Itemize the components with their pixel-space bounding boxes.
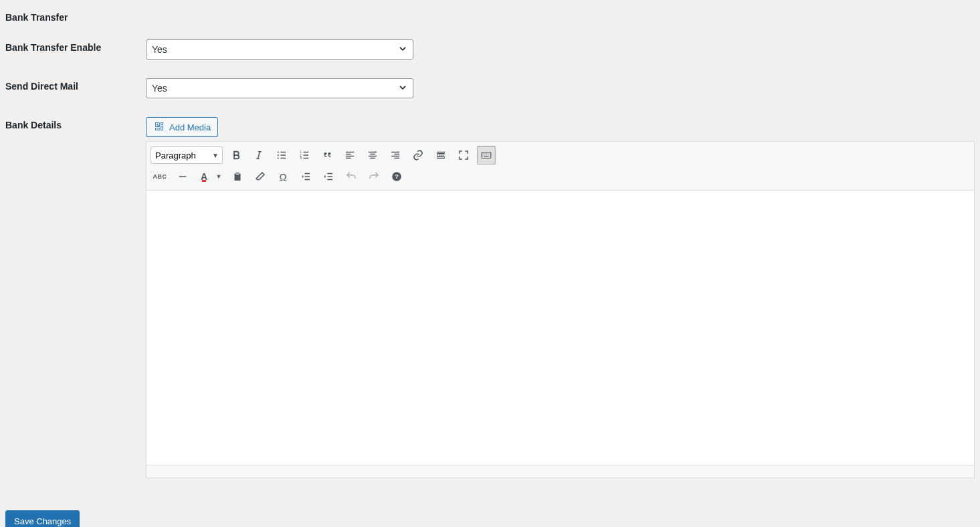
special-character-button[interactable]: Ω	[274, 167, 292, 186]
add-media-button[interactable]: Add Media	[146, 117, 218, 137]
link-button[interactable]	[409, 146, 427, 165]
section-title: Bank Transfer	[5, 12, 975, 23]
indent-icon	[322, 171, 334, 183]
svg-text:?: ?	[395, 173, 399, 180]
toolbar-toggle-button[interactable]	[477, 146, 496, 165]
eraser-icon	[254, 171, 266, 183]
row-send-direct-mail: Send Direct Mail Yes	[5, 78, 975, 98]
svg-line-3	[258, 152, 260, 159]
send-direct-mail-select[interactable]: Yes	[146, 78, 413, 98]
row-bank-details: Bank Details Add Media Paragraph	[5, 117, 975, 478]
editor-status-bar	[146, 465, 974, 478]
wysiwyg-editor: Paragraph ▼	[146, 141, 975, 478]
link-icon	[412, 149, 424, 161]
outdent-icon	[300, 171, 312, 183]
read-more-icon	[435, 149, 447, 161]
redo-button[interactable]	[365, 167, 383, 186]
svg-point-4	[278, 151, 279, 152]
numbered-list-button[interactable]: 123	[295, 146, 314, 165]
label-bank-details: Bank Details	[5, 117, 146, 130]
strikethrough-button[interactable]: ABC	[151, 167, 169, 186]
svg-point-6	[278, 157, 279, 159]
numbered-list-icon: 123	[298, 149, 310, 161]
bank-transfer-enable-select[interactable]: Yes	[146, 39, 413, 60]
bold-button[interactable]	[227, 146, 246, 165]
row-bank-transfer-enable: Bank Transfer Enable Yes	[5, 39, 975, 60]
add-media-icon	[153, 120, 165, 134]
align-left-button[interactable]	[340, 146, 359, 165]
horizontal-line-button[interactable]	[173, 167, 192, 186]
chevron-down-icon: ▼	[216, 173, 222, 180]
label-send-direct-mail: Send Direct Mail	[5, 78, 146, 92]
italic-button[interactable]	[250, 146, 268, 165]
strikethrough-icon: ABC	[153, 173, 167, 180]
undo-button[interactable]	[342, 167, 361, 186]
align-right-button[interactable]	[386, 146, 405, 165]
outdent-button[interactable]	[296, 167, 315, 186]
svg-point-0	[157, 124, 158, 125]
svg-text:3: 3	[300, 156, 302, 160]
blockquote-button[interactable]	[318, 146, 336, 165]
add-media-label: Add Media	[169, 122, 211, 132]
text-color-icon: A	[201, 170, 207, 183]
undo-icon	[345, 171, 357, 183]
indent-button[interactable]	[319, 167, 338, 186]
blockquote-icon	[321, 149, 333, 161]
clear-formatting-button[interactable]	[251, 167, 270, 186]
save-changes-button[interactable]: Save Changes	[5, 510, 80, 527]
clipboard-icon	[231, 171, 243, 183]
help-button[interactable]: ?	[387, 167, 406, 186]
editor-content-area[interactable]	[146, 191, 974, 465]
text-color-button[interactable]: A	[196, 167, 212, 186]
label-bank-transfer-enable: Bank Transfer Enable	[5, 39, 146, 53]
bullet-list-button[interactable]	[272, 146, 291, 165]
omega-icon: Ω	[279, 171, 286, 183]
format-dropdown[interactable]: Paragraph	[151, 146, 223, 164]
italic-icon	[253, 149, 265, 161]
bullet-list-icon	[276, 149, 288, 161]
paste-as-text-button[interactable]	[228, 167, 247, 186]
fullscreen-icon	[458, 149, 470, 161]
editor-toolbar: Paragraph ▼	[146, 142, 974, 191]
align-left-icon	[344, 149, 356, 161]
svg-point-5	[278, 154, 279, 156]
redo-icon	[368, 171, 380, 183]
fullscreen-button[interactable]	[454, 146, 473, 165]
keyboard-icon	[480, 149, 493, 161]
help-icon: ?	[391, 171, 403, 183]
horizontal-line-icon	[177, 171, 189, 183]
read-more-button[interactable]	[431, 146, 450, 165]
align-center-button[interactable]	[363, 146, 382, 165]
bold-icon	[230, 149, 242, 161]
align-right-icon	[389, 149, 401, 161]
text-color-dropdown[interactable]: ▼	[213, 167, 224, 186]
align-center-icon	[367, 149, 379, 161]
